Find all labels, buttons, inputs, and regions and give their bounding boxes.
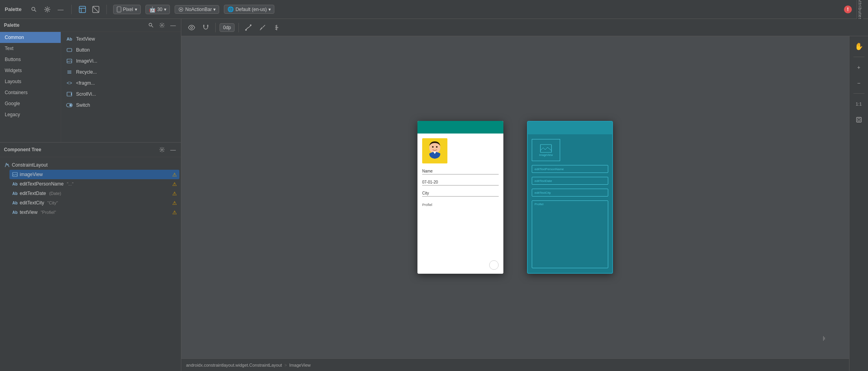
blueprint-top-bar	[528, 122, 612, 134]
zoom-out-btn[interactable]: −	[852, 76, 866, 90]
no-layout-icon[interactable]	[91, 5, 100, 14]
tree-textview-icon: Ab	[12, 209, 18, 215]
edittextcity-warn: ⚠	[172, 200, 177, 206]
palette-category-legacy[interactable]: Legacy	[0, 109, 61, 120]
tree-imageview-icon	[12, 171, 18, 178]
device-selector[interactable]: Pixel ▾	[113, 5, 141, 14]
tree-item-imageview[interactable]: imageView ⚠	[9, 170, 179, 179]
eye-btn[interactable]	[186, 22, 197, 33]
palette-item-recyclerview[interactable]: Recycle...	[61, 67, 181, 78]
palette-category-widgets[interactable]: Widgets	[0, 65, 61, 76]
svg-line-1	[34, 10, 36, 11]
svg-line-38	[821, 336, 825, 341]
field-date-value: 07-01-20	[422, 180, 438, 184]
tree-item-textview[interactable]: Ab textView "Profiel" ⚠	[9, 208, 179, 217]
tree-item-edittextpersonname[interactable]: Ab editTextPersonName "..." ⚠	[9, 179, 179, 189]
svg-point-27	[245, 29, 247, 31]
svg-rect-37	[540, 145, 551, 152]
palette-category-common[interactable]: Common	[0, 32, 61, 43]
blueprint-content: ImageView editTextPersonName editTextDat…	[528, 134, 612, 273]
tree-edittext-icon-1: Ab	[12, 181, 18, 187]
zoom-in-btn[interactable]: +	[852, 60, 866, 74]
svg-line-11	[151, 26, 153, 27]
button-icon	[66, 46, 73, 54]
palette-gear-icon[interactable]	[158, 21, 166, 29]
align-btn[interactable]	[271, 22, 282, 33]
path-btn[interactable]	[243, 22, 254, 33]
hand-tool-btn[interactable]: ✋	[852, 39, 866, 54]
gear-icon[interactable]	[43, 5, 52, 14]
constraint-btn[interactable]	[257, 22, 268, 33]
ratio-btn[interactable]: 1:1	[852, 97, 866, 111]
canvas-area: Name 07-01-20 City Profiel	[181, 36, 849, 358]
palette-item-switch[interactable]: Switch	[61, 100, 181, 111]
fragment-icon: <>	[66, 80, 73, 87]
minimize-icon[interactable]: —	[56, 5, 65, 14]
constraintlayout-label: ConstraintLayout	[12, 162, 48, 168]
bp-edittext-city: editTextCity	[532, 189, 608, 197]
rt-divider-2	[853, 93, 864, 94]
textview-tree-label: textView	[20, 210, 37, 215]
tree-gear-icon[interactable]	[158, 146, 166, 154]
scrollview-icon	[66, 91, 73, 98]
palette-item-textview[interactable]: Ab TextView	[61, 33, 181, 45]
palette-item-scrollview[interactable]: ScrollVi...	[61, 89, 181, 100]
bp-edittext-name: editTextPersonName	[532, 165, 608, 173]
palette-minimize-icon[interactable]: —	[169, 21, 177, 29]
palette-category-google[interactable]: Google	[0, 98, 61, 109]
phone-mockup[interactable]: Name 07-01-20 City Profiel	[417, 121, 503, 274]
locale-selector[interactable]: 🌐 Default (en-us) ▾	[224, 5, 274, 14]
toolbar-sep-1	[215, 23, 216, 32]
bp-imageview: ImageView	[532, 139, 560, 161]
tree-item-edittextdate[interactable]: Ab editTextDate (Date) ⚠	[9, 189, 179, 198]
palette-body: Common Text Buttons Widgets Layouts Cont…	[0, 32, 181, 142]
palette-item-fragment[interactable]: <> <fragm...	[61, 78, 181, 89]
textview-sub: "Profiel"	[41, 210, 56, 215]
margin-input[interactable]: 0dp	[220, 23, 235, 32]
phone-top-bar	[417, 121, 503, 134]
blueprint-mockup[interactable]: ImageView editTextPersonName editTextDat…	[527, 121, 613, 274]
edittextcity-sub: "City"	[47, 200, 58, 205]
tree-item-edittextcity[interactable]: Ab editTextCity "City" ⚠	[9, 198, 179, 208]
tree-item-constraintlayout[interactable]: ConstraintLayout	[2, 160, 179, 170]
palette-category-buttons[interactable]: Buttons	[0, 54, 61, 65]
search-icon[interactable]	[30, 5, 38, 14]
svg-point-2	[46, 8, 48, 10]
phone-avatar	[422, 138, 447, 163]
bp-textview-profile: Profiel	[532, 200, 608, 268]
breadcrumb-child[interactable]: ImageView	[289, 363, 311, 367]
layout-icon[interactable]	[78, 5, 87, 14]
button-label: Button	[76, 47, 90, 53]
svg-point-7	[119, 11, 119, 12]
svg-rect-41	[858, 119, 860, 121]
phone-profile-label: Profiel	[422, 203, 499, 207]
textview-label: TextView	[76, 36, 95, 42]
svg-rect-14	[67, 59, 72, 63]
canvas-with-toolbar: 0dp	[181, 19, 868, 371]
palette-category-text[interactable]: Text	[0, 43, 61, 54]
api-selector[interactable]: 🤖 30 ▾	[145, 5, 170, 14]
palette-category-containers[interactable]: Containers	[0, 87, 61, 98]
palette-category-layouts[interactable]: Layouts	[0, 76, 61, 87]
switch-icon	[66, 102, 73, 109]
palette-item-imageview[interactable]: ImageVi...	[61, 56, 181, 67]
phone-home-button[interactable]	[489, 260, 499, 270]
edittextpersonname-sub: "..."	[67, 182, 73, 186]
tree-minimize-icon[interactable]: —	[169, 146, 177, 154]
magnet-btn[interactable]	[200, 22, 211, 33]
palette-item-button[interactable]: Button	[61, 45, 181, 56]
svg-point-36	[436, 146, 438, 148]
error-badge[interactable]: !	[844, 6, 852, 13]
edittextdate-warn: ⚠	[172, 191, 177, 197]
toolbar-strip: 0dp	[181, 19, 868, 36]
main-content: Palette — Common Text Buttons Widgets La…	[0, 19, 868, 371]
breadcrumb-parent[interactable]: androidx.constraintlayout.widget.Constra…	[186, 363, 282, 367]
tree-edittext-icon-3: Ab	[12, 200, 18, 206]
status-bar: androidx.constraintlayout.widget.Constra…	[181, 358, 849, 371]
viewport-btn[interactable]	[852, 113, 866, 127]
right-tool-panel: ✋ + − 1:1	[849, 36, 868, 371]
palette-search-icon[interactable]	[147, 21, 155, 29]
theme-selector[interactable]: NoActionBar ▾	[175, 5, 219, 14]
resize-handle	[819, 334, 829, 344]
top-bar: Palette — Pixel ▾ 🤖 30 ▾ NoActionBar ▾ 🌐…	[0, 0, 868, 19]
